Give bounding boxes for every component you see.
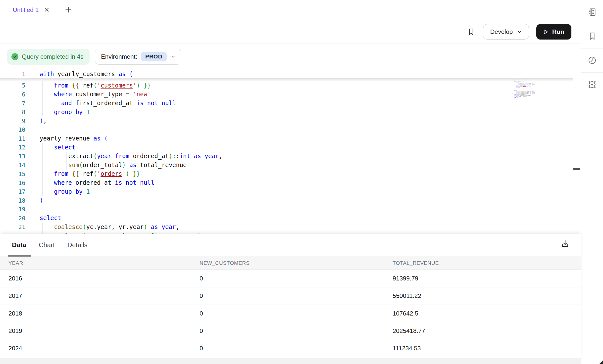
- bookmark-icon: [588, 32, 597, 41]
- table-row: 20170550011.22: [0, 287, 581, 305]
- toolbar: Develop Run: [0, 20, 581, 44]
- download-icon[interactable]: [561, 239, 570, 248]
- tab-details[interactable]: Details: [67, 241, 87, 249]
- active-tab-underline: [8, 255, 31, 256]
- code-line-16: 16 where ordered_at is not null: [0, 178, 581, 187]
- sql-code-editor[interactable]: 5 from {{ ref('customers') }}6 where cus…: [0, 70, 581, 234]
- table-cell: 0: [200, 275, 393, 282]
- table-cell: 0: [200, 292, 393, 299]
- status-row: Query completed in 4s Environment: PROD: [0, 44, 581, 70]
- horizontal-scrollbar-strip[interactable]: [0, 358, 581, 364]
- table-row: 20240111234.53: [0, 340, 581, 357]
- resize-handle[interactable]: [599, 360, 603, 364]
- play-icon: [542, 29, 549, 35]
- notebook-icon: [588, 7, 597, 17]
- run-label: Run: [552, 28, 564, 35]
- environment-label: Environment:: [101, 53, 137, 60]
- environment-selector[interactable]: Environment: PROD: [95, 49, 181, 65]
- table-cell: 0: [200, 310, 393, 317]
- sticky-shadow: [0, 78, 573, 81]
- tab-data[interactable]: Data: [12, 241, 26, 249]
- code-line-17: 17 group by 1: [0, 187, 581, 196]
- table-row: 2016091399.79: [0, 270, 581, 287]
- column-header: NEW_CUSTOMERS: [200, 260, 393, 266]
- code-line-14: 14 sum(order_total) as total_revenue: [0, 161, 581, 170]
- code-line-18: 18): [0, 196, 581, 205]
- code-text: with yearly_customers as (: [25, 71, 133, 78]
- scrollbar-track: [573, 70, 573, 234]
- code-line-15: 15 from {{ ref('orders') }}: [0, 170, 581, 179]
- code-line-20: 20select: [0, 214, 581, 223]
- column-header: YEAR: [8, 260, 200, 266]
- environment-value-badge: PROD: [141, 52, 166, 61]
- main-column: Untitled 1 Develop Run: [0, 0, 581, 364]
- table-cell: 2025418.77: [393, 327, 581, 334]
- develop-dropdown-button[interactable]: Develop: [483, 24, 529, 40]
- code-line-7: 7 and first_ordered_at is not null: [0, 99, 581, 108]
- table-body: 2016091399.7920170550011.2220180107642.5…: [0, 270, 581, 357]
- develop-label: Develop: [490, 28, 513, 35]
- table-cell: 2016: [8, 275, 200, 282]
- table-cell: 0: [200, 327, 393, 334]
- history-icon: [588, 56, 597, 65]
- table-cell: 550011.22: [393, 292, 581, 299]
- chevron-down-icon: [517, 29, 522, 35]
- line-number: 1: [0, 71, 25, 77]
- table-row: 20180107642.5: [0, 305, 581, 322]
- sticky-scroll-line[interactable]: 1with yearly_customers as (: [0, 70, 573, 79]
- sql-ide-window: Untitled 1 Develop Run: [0, 0, 603, 364]
- table-cell: 2019: [8, 327, 200, 334]
- table-cell: 2024: [8, 345, 200, 352]
- code-line-13: 13 extract(year from ordered_at)::int as…: [0, 152, 581, 161]
- tab-divider: [58, 4, 58, 15]
- chevron-down-icon: [170, 54, 176, 59]
- results-tab-bar: Data Chart Details: [0, 234, 581, 256]
- code-line-21: 21 coalesce(yc.year, yr.year) as year,: [0, 223, 581, 231]
- dbt-logo-icon: [587, 80, 597, 90]
- results-panel: Data Chart Details YEARNEW_CUSTOMERSTOTA…: [0, 234, 581, 364]
- table-cell: 2017: [8, 292, 200, 299]
- close-icon[interactable]: [44, 7, 50, 13]
- table-cell: 0: [200, 345, 393, 352]
- code-line-8: 8 group by 1: [0, 108, 581, 117]
- code-line-6: 6 where customer_type = 'new': [0, 90, 581, 99]
- sidebar-item-bookmarks[interactable]: [581, 24, 603, 48]
- sidebar-item-dbt[interactable]: [581, 73, 603, 97]
- scrollbar-thumb[interactable]: [573, 168, 580, 170]
- right-sidebar: [581, 0, 603, 364]
- query-status-text: Query completed in 4s: [22, 53, 83, 60]
- table-row: 201902025418.77: [0, 322, 581, 340]
- table-header-row: YEARNEW_CUSTOMERSTOTAL_REVENUE: [0, 256, 581, 270]
- code-line-10: 10: [0, 125, 581, 134]
- code-line-11: 11yearly_revenue as (: [0, 134, 581, 143]
- query-status-pill: Query completed in 4s: [7, 49, 90, 65]
- table-cell: 111234.53: [393, 345, 581, 352]
- tab-bar: Untitled 1: [0, 0, 581, 20]
- code-line-5: 5 from {{ ref('customers') }}: [0, 81, 581, 90]
- table-cell: 91399.79: [393, 275, 581, 282]
- bookmark-icon[interactable]: [467, 28, 475, 36]
- code-line-22: 22 coalesce(yc.new_customers, 0) as new_…: [0, 231, 581, 234]
- table-cell: 2018: [8, 310, 200, 317]
- tab-chart[interactable]: Chart: [39, 241, 55, 249]
- table-cell: 107642.5: [393, 310, 581, 317]
- sidebar-item-notebook[interactable]: [581, 0, 603, 24]
- run-button[interactable]: Run: [536, 24, 571, 40]
- sidebar-item-history[interactable]: [581, 48, 603, 73]
- new-tab-button[interactable]: [64, 6, 72, 14]
- code-line-19: 19: [0, 205, 581, 214]
- tab-title: Untitled 1: [13, 6, 39, 13]
- code-line-9: 9),: [0, 116, 581, 125]
- code-line-12: 12 select: [0, 143, 581, 152]
- tab-untitled-1[interactable]: Untitled 1: [0, 0, 58, 20]
- column-header: TOTAL_REVENUE: [393, 260, 581, 266]
- check-circle-icon: [11, 53, 18, 60]
